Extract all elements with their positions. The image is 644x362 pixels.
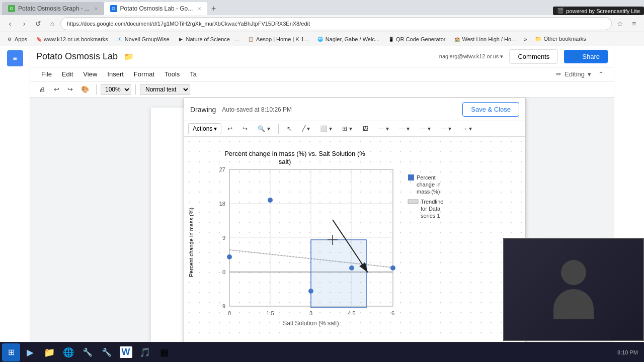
legend-text-1: Percent bbox=[417, 174, 436, 180]
editing-pencil-icon: ✏ bbox=[556, 70, 561, 78]
spotify-icon: 🎵 bbox=[139, 347, 150, 358]
share-button[interactable]: 👤 Share bbox=[564, 50, 608, 63]
menu-file[interactable]: File bbox=[36, 67, 57, 81]
actions-button[interactable]: Actions ▾ bbox=[188, 123, 221, 134]
folder-icon[interactable]: 📁 bbox=[124, 52, 134, 61]
style-select[interactable]: Normal text bbox=[140, 84, 190, 95]
address-text: https://docs.google.com/document/d/17g1M… bbox=[67, 21, 310, 27]
user-avatar: naglerg@wlwv.k12.or.us ▾ bbox=[439, 53, 504, 60]
bookmark-aesop[interactable]: 📋 Aesop | Home | K-1... bbox=[246, 35, 311, 44]
docs-main: Potato Osmosis Lab 📁 naglerg@wlwv.k12.or… bbox=[30, 46, 614, 342]
media-icon: ▶ bbox=[27, 347, 34, 358]
select-tool-button[interactable]: ↖ bbox=[283, 123, 296, 134]
taskbar: ⊞ ▶ 📁 🌐 🔧 🔧 W 🎵 ▦ 8:10 PM bbox=[0, 342, 644, 362]
bookmark-k12[interactable]: 🔖 www.k12.or.us bookmarks bbox=[33, 35, 110, 44]
image-tool-button[interactable]: 🖼 bbox=[358, 123, 372, 134]
legend-color-2 bbox=[408, 200, 418, 204]
tab-2[interactable]: G Potato Osmosis Lab - Go... × bbox=[104, 2, 207, 15]
bookmark-westlinn[interactable]: 🏫 West Linn High / Ho... bbox=[452, 35, 518, 44]
bookmark-novell-label: Novell GroupWise bbox=[125, 36, 170, 42]
taskbar-word[interactable]: W bbox=[117, 343, 135, 361]
toolbar-sep-2 bbox=[135, 84, 136, 95]
forward-button[interactable]: › bbox=[18, 18, 30, 30]
word-icon: W bbox=[120, 346, 132, 358]
menu-insert[interactable]: Insert bbox=[102, 67, 129, 81]
qr-icon: 📱 bbox=[387, 36, 394, 43]
bookmark-more[interactable]: » bbox=[522, 35, 529, 43]
svg-text:0: 0 bbox=[228, 310, 231, 316]
taskbar-app8[interactable]: ▦ bbox=[155, 343, 173, 361]
drawing-header: Drawing Auto-saved at 8:10:26 PM Save & … bbox=[184, 98, 525, 121]
home-button[interactable]: ⌂ bbox=[46, 18, 58, 30]
menu-format[interactable]: Format bbox=[129, 67, 159, 81]
tab-1-close[interactable]: × bbox=[95, 6, 98, 12]
legend-text-2: Trendline bbox=[421, 199, 443, 205]
auto-saved-text: Auto-saved at 8:10:26 PM bbox=[222, 106, 456, 113]
drawing-undo-button[interactable]: ↩ bbox=[223, 123, 236, 134]
border-dash-button[interactable]: — ▾ bbox=[437, 123, 455, 134]
svg-text:9: 9 bbox=[222, 235, 225, 241]
start-button[interactable]: ⊞ bbox=[2, 343, 20, 361]
docs-toolbar: 🖨 ↩ ↪ 🎨 100% Normal text bbox=[30, 81, 614, 98]
drawing-overlay: Drawing Auto-saved at 8:10:26 PM Save & … bbox=[184, 98, 526, 342]
zoom-tool-button[interactable]: 🔍 ▾ bbox=[254, 123, 274, 134]
bookmark-folder[interactable]: 📁 Other bookmarks bbox=[533, 35, 588, 43]
taskbar-chrome[interactable]: 🌐 bbox=[59, 343, 77, 361]
undo-toolbar-button[interactable]: ↩ bbox=[51, 83, 62, 95]
bookmark-novell[interactable]: 📧 Novell GroupWise bbox=[114, 35, 172, 44]
bookmark-bar: ⚙ Apps 🔖 www.k12.or.us bookmarks 📧 Novel… bbox=[0, 32, 644, 46]
reload-button[interactable]: ↺ bbox=[32, 18, 44, 30]
bookmark-nature[interactable]: ▶ Nature of Science - ... bbox=[176, 35, 242, 44]
svg-text:4.5: 4.5 bbox=[348, 310, 355, 316]
docs-logo: ≡ bbox=[7, 50, 23, 66]
svg-text:Salt Solution (% salt): Salt Solution (% salt) bbox=[283, 320, 339, 327]
chart-svg: Percent change in mass (%) vs. Salt Solu… bbox=[184, 142, 525, 342]
tab-1-label: Potato Osmosis Graph - ... bbox=[18, 5, 90, 12]
bookmark-nagler[interactable]: 🌐 Nagler, Gabe / Welc... bbox=[315, 35, 381, 44]
drawing-title: Drawing bbox=[190, 106, 216, 114]
screencastify-badge: 🎬 powered by Screencastify Lite bbox=[553, 7, 644, 15]
drawing-redo-button[interactable]: ↪ bbox=[238, 123, 252, 134]
taskbar-tool1[interactable]: 🔧 bbox=[78, 343, 97, 361]
taskbar-spotify[interactable]: 🎵 bbox=[136, 343, 154, 361]
actions-chevron-icon: ▾ bbox=[214, 125, 217, 132]
files-icon: 📁 bbox=[44, 347, 55, 358]
new-tab-button[interactable]: + bbox=[207, 2, 220, 15]
tab-2-close[interactable]: × bbox=[198, 6, 201, 12]
webcam-overlay bbox=[503, 238, 614, 341]
menu-tools[interactable]: Tools bbox=[159, 67, 185, 81]
docs-sidebar: ≡ bbox=[0, 46, 30, 342]
drawing-canvas[interactable]: Percent change in mass (%) vs. Salt Solu… bbox=[184, 137, 525, 342]
bookmark-qr[interactable]: 📱 QR Code Generator bbox=[385, 35, 447, 44]
address-bar[interactable]: https://docs.google.com/document/d/17g1M… bbox=[60, 17, 612, 30]
system-tray: 8:10 PM bbox=[613, 349, 642, 355]
bookmark-apps[interactable]: ⚙ Apps bbox=[4, 35, 29, 44]
svg-text:-9: -9 bbox=[220, 303, 225, 309]
border-tool-button[interactable]: — ▾ bbox=[395, 123, 414, 134]
border-weight-button[interactable]: — ▾ bbox=[416, 123, 434, 134]
redo-toolbar-button[interactable]: ↪ bbox=[64, 83, 76, 95]
color-tool-button[interactable]: — ▾ bbox=[374, 123, 393, 134]
westlinn-icon: 🏫 bbox=[454, 36, 461, 43]
paint-format-button[interactable]: 🎨 bbox=[78, 83, 92, 95]
save-close-button[interactable]: Save & Close bbox=[462, 102, 519, 117]
taskbar-media[interactable]: ▶ bbox=[21, 343, 39, 361]
taskbar-files[interactable]: 📁 bbox=[40, 343, 58, 361]
print-button[interactable]: 🖨 bbox=[36, 83, 49, 95]
comments-button[interactable]: Comments bbox=[509, 49, 558, 64]
arrow-tool-button[interactable]: → ▾ bbox=[457, 123, 476, 134]
line-tool-button[interactable]: ╱ ▾ bbox=[298, 123, 314, 134]
menu-button[interactable]: ≡ bbox=[628, 18, 640, 30]
zoom-select[interactable]: 100% bbox=[101, 84, 131, 95]
taskbar-tool2[interactable]: 🔧 bbox=[98, 343, 116, 361]
tab-1[interactable]: G Potato Osmosis Graph - ... × bbox=[2, 2, 104, 15]
bookmark-button[interactable]: ☆ bbox=[614, 18, 626, 30]
menu-ta[interactable]: Ta bbox=[185, 67, 202, 81]
collapse-icon[interactable]: ⌃ bbox=[598, 70, 604, 78]
shape-tool-button[interactable]: ⬜ ▾ bbox=[316, 123, 336, 134]
windows-icon: ⊞ bbox=[8, 347, 15, 357]
menu-view[interactable]: View bbox=[78, 67, 102, 81]
table-tool-button[interactable]: ⊞ ▾ bbox=[338, 123, 356, 134]
menu-edit[interactable]: Edit bbox=[57, 67, 78, 81]
back-button[interactable]: ‹ bbox=[4, 18, 16, 30]
